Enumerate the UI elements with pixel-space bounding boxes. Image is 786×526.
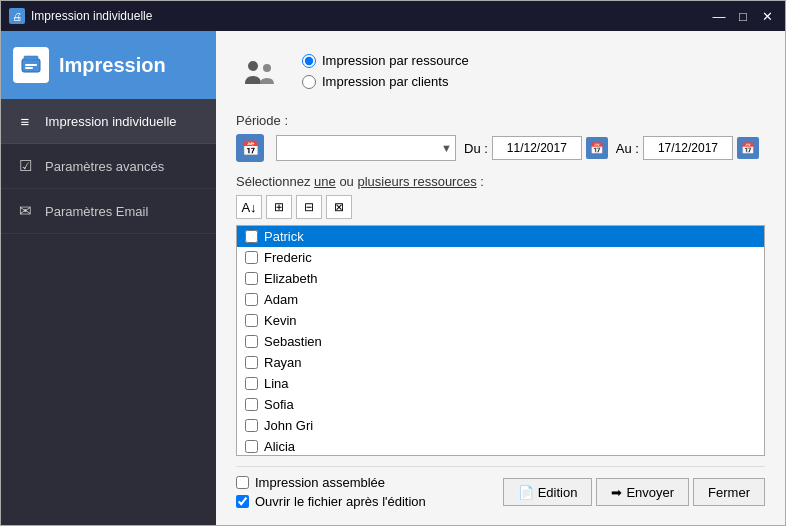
resource-name-johngri: John Gri (264, 418, 313, 433)
resource-name-elizabeth: Elizabeth (264, 271, 317, 286)
list-icon: ≡ (15, 111, 35, 131)
right-panel: Impression par ressource Impression par … (216, 31, 785, 525)
email-icon: ✉ (15, 201, 35, 221)
resource-item-alicia[interactable]: Alicia (237, 436, 764, 456)
check-icon: ☑ (15, 156, 35, 176)
resource-item-adam[interactable]: Adam (237, 289, 764, 310)
checkbox-kevin[interactable] (245, 314, 258, 327)
fermer-button[interactable]: Fermer (693, 478, 765, 506)
view-grid2-button[interactable]: ⊟ (296, 195, 322, 219)
close-button[interactable]: ✕ (757, 6, 777, 26)
resource-item-lina[interactable]: Lina (237, 373, 764, 394)
envoyer-button[interactable]: ➡ Envoyer (596, 478, 689, 506)
resource-item-kevin[interactable]: Kevin (237, 310, 764, 331)
resource-list: Patrick Frederic Elizabeth Adam (236, 225, 765, 456)
checkbox-johngri[interactable] (245, 419, 258, 432)
envoyer-label: Envoyer (626, 485, 674, 500)
resource-item-patrick[interactable]: Patrick (237, 226, 764, 247)
checkbox-rayan[interactable] (245, 356, 258, 369)
main-content: Impression ≡ Impression individuelle ☑ P… (1, 31, 785, 525)
open-file-checkbox[interactable] (236, 495, 249, 508)
bottom-buttons: 📄 Edition ➡ Envoyer Fermer (503, 478, 765, 506)
open-file-check-row: Ouvrir le fichier après l'édition (236, 494, 426, 509)
calendar-icon: 📅 (236, 134, 264, 162)
resource-item-elizabeth[interactable]: Elizabeth (237, 268, 764, 289)
sidebar: Impression ≡ Impression individuelle ☑ P… (1, 31, 216, 525)
radio-par-clients[interactable]: Impression par clients (302, 74, 469, 89)
sidebar-item-parametres-email[interactable]: ✉ Paramètres Email (1, 189, 216, 234)
edition-icon: 📄 (518, 485, 534, 500)
checkbox-adam[interactable] (245, 293, 258, 306)
view-grid1-button[interactable]: ⊞ (266, 195, 292, 219)
edition-button[interactable]: 📄 Edition (503, 478, 593, 506)
sort-az-button[interactable]: A↓ (236, 195, 262, 219)
grid1-icon: ⊞ (274, 200, 284, 214)
assembled-label: Impression assemblée (255, 475, 385, 490)
grid3-icon: ⊠ (334, 200, 344, 214)
radio-input-clients[interactable] (302, 75, 316, 89)
date-from-input[interactable] (492, 136, 582, 160)
resource-label: Sélectionnez une ou plusieurs ressources… (236, 174, 765, 189)
resource-name-sofia: Sofia (264, 397, 294, 412)
checkbox-elizabeth[interactable] (245, 272, 258, 285)
radio-label-clients: Impression par clients (322, 74, 448, 89)
resource-name-kevin: Kevin (264, 313, 297, 328)
sidebar-header-icon (13, 47, 49, 83)
title-bar-controls: — □ ✕ (709, 6, 777, 26)
sidebar-item-parametres-avances[interactable]: ☑ Paramètres avancés (1, 144, 216, 189)
maximize-button[interactable]: □ (733, 6, 753, 26)
radio-input-ressource[interactable] (302, 54, 316, 68)
resource-name-rayan: Rayan (264, 355, 302, 370)
sidebar-item-label-impression: Impression individuelle (45, 114, 177, 129)
assembled-checkbox[interactable] (236, 476, 249, 489)
fermer-label: Fermer (708, 485, 750, 500)
radio-group: Impression par ressource Impression par … (302, 53, 469, 89)
resource-item-johngri[interactable]: John Gri (237, 415, 764, 436)
assembled-check-row: Impression assemblée (236, 475, 426, 490)
checkbox-patrick[interactable] (245, 230, 258, 243)
minimize-button[interactable]: — (709, 6, 729, 26)
resource-name-adam: Adam (264, 292, 298, 307)
date-to-input[interactable] (643, 136, 733, 160)
bottom-left: Impression assemblée Ouvrir le fichier a… (236, 475, 426, 509)
svg-rect-1 (24, 56, 38, 60)
window-icon: 🖨 (9, 8, 25, 24)
resource-item-rayan[interactable]: Rayan (237, 352, 764, 373)
view-grid3-button[interactable]: ⊠ (326, 195, 352, 219)
resource-section: Sélectionnez une ou plusieurs ressources… (236, 174, 765, 456)
sidebar-item-label-avances: Paramètres avancés (45, 159, 164, 174)
radio-par-ressource[interactable]: Impression par ressource (302, 53, 469, 68)
print-resource-icon (236, 51, 286, 101)
checkbox-lina[interactable] (245, 377, 258, 390)
svg-rect-2 (25, 64, 37, 66)
period-dropdown[interactable] (276, 135, 456, 161)
svg-point-5 (263, 64, 271, 72)
window-title: Impression individuelle (31, 9, 152, 23)
envoyer-icon: ➡ (611, 485, 622, 500)
grid2-icon: ⊟ (304, 200, 314, 214)
date-to-label: Au : (616, 141, 639, 156)
period-row: 📅 ▼ Du : 📅 Au : (236, 134, 765, 162)
date-to-group: Au : 📅 (616, 136, 759, 160)
bottom-section: Impression assemblée Ouvrir le fichier a… (236, 466, 765, 509)
period-label: Période : (236, 113, 765, 128)
radio-label-ressource: Impression par ressource (322, 53, 469, 68)
resource-name-alicia: Alicia (264, 439, 295, 454)
checkbox-sofia[interactable] (245, 398, 258, 411)
resource-name-lina: Lina (264, 376, 289, 391)
checkbox-frederic[interactable] (245, 251, 258, 264)
period-section: Période : 📅 ▼ Du : 📅 (236, 113, 765, 162)
checkbox-alicia[interactable] (245, 440, 258, 453)
resource-item-frederic[interactable]: Frederic (237, 247, 764, 268)
resource-toolbar: A↓ ⊞ ⊟ ⊠ (236, 195, 765, 219)
sidebar-item-label-email: Paramètres Email (45, 204, 148, 219)
calendar-to-icon[interactable]: 📅 (737, 137, 759, 159)
resource-item-sofia[interactable]: Sofia (237, 394, 764, 415)
window: 🖨 Impression individuelle — □ ✕ I (0, 0, 786, 526)
title-bar: 🖨 Impression individuelle — □ ✕ (1, 1, 785, 31)
calendar-from-icon[interactable]: 📅 (586, 137, 608, 159)
period-dropdown-wrapper: ▼ (276, 135, 456, 161)
resource-item-sebastien[interactable]: Sebastien (237, 331, 764, 352)
sidebar-item-impression-individuelle[interactable]: ≡ Impression individuelle (1, 99, 216, 144)
checkbox-sebastien[interactable] (245, 335, 258, 348)
